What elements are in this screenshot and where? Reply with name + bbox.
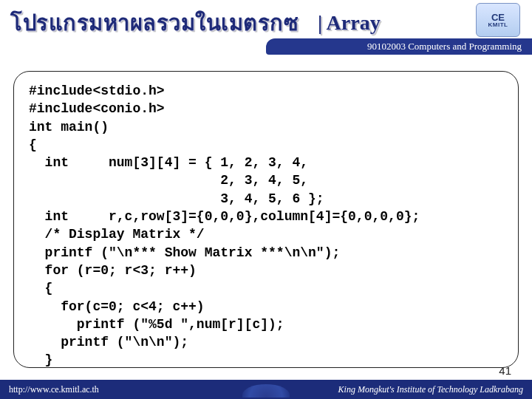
slide-title-thai: โปรแกรมหาผลรวมในเมตรกซ [10,6,299,40]
footer-url: http://www.ce.kmitl.ac.th [9,384,99,395]
footer-org: King Mongkut's Institute of Technology L… [338,384,523,395]
slide-title-array: | Array [318,11,381,35]
footer-bar: http://www.ce.kmitl.ac.th King Mongkut's… [0,380,532,399]
course-banner: 90102003 Computers and Programming [266,38,532,55]
footer-ornament-icon [242,384,290,398]
page-number: 41 [499,364,511,377]
logo-line2: KMITL [488,22,508,28]
logo-line1: CE [491,13,505,22]
code-block: #include<stdio.h> #include<conio.h> int … [13,71,519,368]
ce-kmitl-logo: CE KMITL [476,3,520,37]
